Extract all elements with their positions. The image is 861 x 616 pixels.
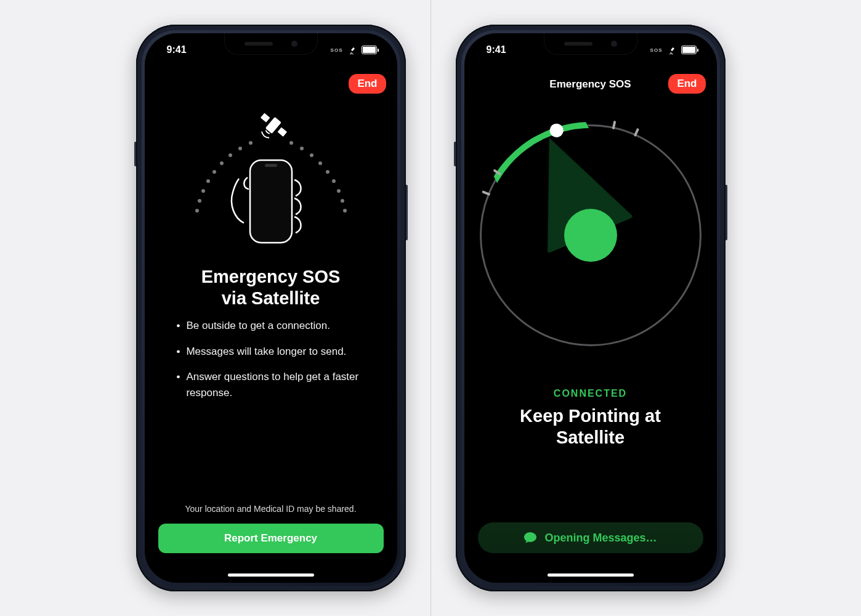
svg-point-4	[206, 179, 210, 183]
instruction-item: Answer questions to help get a faster re…	[186, 369, 372, 400]
status-time: 9:41	[487, 44, 506, 55]
svg-point-2	[198, 199, 201, 203]
svg-point-16	[337, 189, 341, 193]
phone-mockup-right: 9:41 SOS Emergency SOS End	[456, 25, 726, 591]
status-time: 9:41	[167, 44, 187, 55]
status-sos-label: SOS	[331, 47, 343, 53]
home-indicator[interactable]	[548, 573, 634, 577]
phone-mockup-left: 9:41 SOS End	[136, 25, 406, 591]
svg-point-5	[212, 170, 216, 174]
disclosure-text: Your location and Medical ID may be shar…	[145, 504, 397, 514]
svg-point-15	[332, 179, 336, 183]
svg-rect-20	[260, 113, 270, 122]
battery-icon	[362, 46, 379, 54]
svg-rect-23	[265, 164, 277, 167]
svg-point-13	[318, 161, 322, 165]
vertical-divider	[430, 0, 431, 616]
opening-messages-pill: Opening Messages…	[478, 522, 703, 553]
svg-point-7	[228, 153, 232, 157]
satellite-icon	[668, 45, 677, 55]
svg-point-3	[201, 189, 205, 193]
svg-point-12	[310, 153, 313, 157]
end-button[interactable]: End	[668, 74, 705, 94]
report-emergency-button[interactable]: Report Emergency	[158, 524, 384, 553]
device-position-indicator	[564, 209, 617, 262]
satellite-compass	[480, 124, 701, 346]
instruction-text: Keep Pointing at Satellite	[464, 405, 717, 449]
svg-rect-22	[250, 160, 292, 243]
svg-rect-0	[350, 47, 354, 52]
satellite-icon	[348, 45, 358, 55]
phone-notch	[544, 33, 637, 55]
svg-point-11	[300, 147, 304, 150]
status-sos-label: SOS	[650, 47, 663, 53]
battery-icon	[681, 46, 698, 54]
opening-messages-label: Opening Messages…	[544, 532, 657, 545]
svg-rect-21	[277, 128, 287, 137]
svg-point-10	[289, 141, 293, 145]
chat-bubble-icon	[523, 532, 537, 544]
instruction-list: Be outside to get a connection. Messages…	[177, 318, 373, 410]
end-button[interactable]: End	[349, 74, 386, 94]
nav-title: Emergency SOS	[549, 78, 631, 91]
svg-point-17	[341, 199, 344, 203]
phone-notch	[224, 33, 318, 55]
connection-status: CONNECTED	[464, 388, 717, 399]
sos-illustration	[179, 106, 363, 254]
svg-point-18	[343, 209, 347, 213]
svg-point-9	[249, 141, 253, 145]
svg-point-8	[238, 147, 242, 150]
svg-rect-24	[670, 47, 674, 52]
page-title: Emergency SOS via Satellite	[145, 266, 397, 310]
svg-point-14	[326, 170, 329, 174]
instruction-item: Be outside to get a connection.	[186, 318, 329, 334]
svg-point-6	[220, 161, 224, 165]
instruction-item: Messages will take longer to send.	[186, 344, 346, 360]
home-indicator[interactable]	[228, 573, 314, 577]
svg-point-1	[195, 209, 199, 213]
